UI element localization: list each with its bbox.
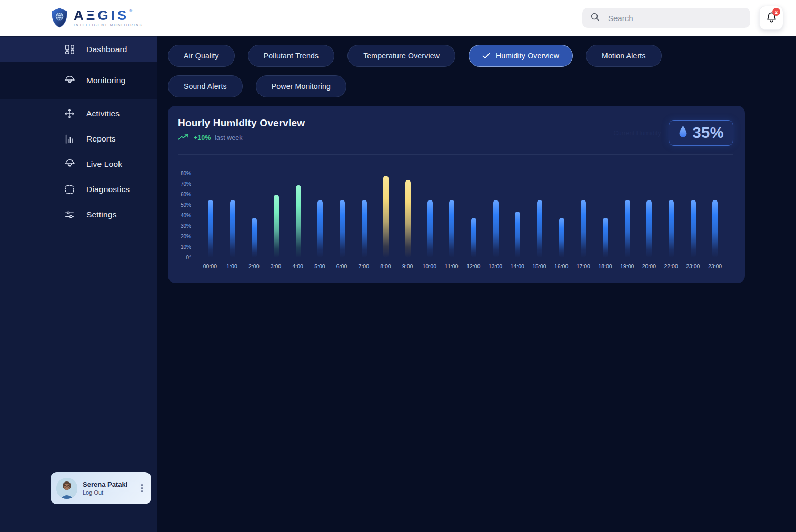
tab-pollutant-trends[interactable]: Pollutant Trends [248, 45, 334, 67]
humidity-bar-19-00 [625, 200, 630, 258]
sidebar-item-settings[interactable]: Settings [0, 202, 157, 227]
bar-column [375, 176, 397, 258]
notifications-button[interactable]: 2 [759, 6, 783, 30]
settings-icon [64, 209, 76, 220]
bar-column [200, 200, 222, 258]
humidity-bar-4-00 [296, 185, 301, 258]
bar-column [265, 195, 287, 258]
sidebar-item-dashboard[interactable]: Dashboard [0, 37, 157, 62]
tab-label: Humidity Overview [496, 52, 559, 60]
bar-column [572, 200, 594, 258]
sidebar-item-reports[interactable]: Reports [0, 126, 157, 152]
sidebar-item-label: Monitoring [86, 76, 125, 85]
topbar: AΞGIS ® INTELLIGENT MONITORING 2 [0, 0, 796, 36]
humidity-bar-10-00 [427, 200, 433, 258]
humidity-bar-23-00 [712, 200, 718, 258]
activities-icon [64, 108, 76, 119]
x-axis-label: 23:00 [704, 263, 726, 269]
user-name: Serena Pataki [83, 480, 127, 488]
trend-up-icon [178, 133, 190, 143]
humidity-bar-chart: 0°10%20%30%40%50%60%70%80% 00:001:002:00… [178, 169, 733, 269]
bar-column [397, 180, 419, 258]
x-axis-label: 2:00 [243, 263, 265, 269]
x-axis-label: 6:00 [331, 263, 353, 269]
y-axis-tick: 10% [181, 244, 191, 250]
brand-logo: AΞGIS ® INTELLIGENT MONITORING [50, 7, 143, 28]
tab-humidity-overview[interactable]: Humidity Overview [469, 45, 573, 67]
bar-column [353, 200, 375, 258]
notification-count-badge: 2 [772, 8, 780, 16]
tab-label: Power Monitoring [272, 82, 331, 91]
x-axis-label: 17:00 [572, 263, 594, 269]
x-axis-label: 22:00 [660, 263, 682, 269]
tab-label: Air Quality [184, 52, 219, 60]
y-axis: 0°10%20%30%40%50%60%70%80% [178, 169, 194, 258]
sidebar-item-diagnostics[interactable]: Diagnostics [0, 177, 157, 202]
y-axis-tick: 50% [181, 202, 191, 208]
x-axis-label: 18:00 [594, 263, 616, 269]
x-axis-label: 23:00 [682, 263, 704, 269]
search-icon [590, 12, 600, 24]
shield-globe-icon [50, 7, 69, 28]
card-divider [178, 154, 733, 155]
humidity-bar-15-00 [537, 200, 542, 258]
x-axis-label: 11:00 [441, 263, 463, 269]
x-axis-label: 12:00 [462, 263, 484, 269]
sidebar-item-label: Reports [86, 134, 116, 144]
humidity-bar-2-00 [252, 218, 257, 258]
bar-column [660, 200, 682, 258]
registered-mark: ® [129, 9, 132, 13]
sidebar-item-activities[interactable]: Activities [0, 101, 157, 126]
bar-column [594, 218, 616, 258]
main-content: Air QualityPollutant TrendsTemperature O… [157, 36, 796, 532]
sidebar-item-label: Live Look [86, 159, 122, 169]
tab-label: Motion Alerts [602, 52, 646, 60]
bar-column [551, 218, 573, 258]
logout-link[interactable]: Log Out [83, 489, 127, 496]
bar-column [682, 200, 704, 258]
tab-sound-alerts[interactable]: Sound Alerts [168, 75, 243, 97]
bar-column [529, 200, 551, 258]
trend-delta: +10% [194, 134, 211, 142]
user-menu-kebab-icon[interactable] [138, 481, 145, 495]
x-axis-label: 14:00 [506, 263, 529, 269]
x-axis-label: 13:00 [484, 263, 506, 269]
tab-power-monitoring[interactable]: Power Monitoring [256, 75, 346, 97]
x-axis-label: 19:00 [616, 263, 638, 269]
humidity-bar-20-00 [646, 200, 652, 258]
tab-temperature-overview[interactable]: Temperature Overview [347, 45, 455, 67]
tab-air-quality[interactable]: Air Quality [168, 45, 235, 67]
humidity-bar-23-00 [691, 200, 696, 258]
humidity-bar-00-00 [208, 200, 213, 258]
x-axis-label: 00:00 [199, 263, 221, 269]
sidebar-item-live-look[interactable]: Live Look [0, 152, 157, 177]
search-bar[interactable] [582, 8, 750, 28]
y-axis-tick: 20% [181, 234, 191, 239]
sidebar: DashboardMonitoringActivitiesReportsLive… [0, 36, 157, 532]
sidebar-item-label: Settings [86, 210, 117, 219]
bar-column [441, 200, 463, 258]
x-axis-label: 15:00 [529, 263, 551, 269]
humidity-bar-14-00 [515, 212, 520, 258]
plot-area [194, 169, 728, 258]
current-humidity-label: Current Humidity [613, 129, 661, 137]
y-axis-tick: 40% [181, 213, 191, 218]
search-input[interactable] [607, 13, 742, 23]
current-humidity-value: 35% [692, 124, 724, 142]
humidity-bar-18-00 [603, 218, 608, 258]
x-axis-label: 1:00 [221, 263, 243, 269]
trend-period: last week [215, 134, 242, 142]
bar-column [485, 200, 507, 258]
humidity-bar-11-00 [449, 200, 454, 258]
x-axis-label: 5:00 [309, 263, 331, 269]
user-card[interactable]: Serena Pataki Log Out [51, 472, 151, 504]
check-icon [482, 53, 490, 59]
y-axis-tick: 60% [181, 192, 191, 197]
tab-label: Sound Alerts [184, 82, 227, 91]
bar-column [638, 200, 660, 258]
tab-motion-alerts[interactable]: Motion Alerts [586, 45, 662, 67]
tab-label: Temperature Overview [363, 52, 440, 60]
x-axis-label: 10:00 [419, 263, 441, 269]
sidebar-item-monitoring[interactable]: Monitoring [0, 62, 157, 99]
bar-column [419, 200, 441, 258]
